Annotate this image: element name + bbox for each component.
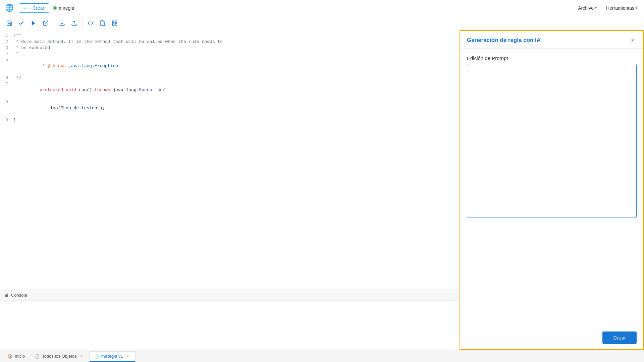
line-number: 1 [0, 33, 13, 39]
create-icon: + [24, 5, 26, 11]
validate-button[interactable] [16, 18, 27, 28]
user-online-dot [53, 6, 57, 10]
chevron-down-icon: ▾ [636, 6, 637, 10]
tab-miregla-label: miRegla v1 [101, 354, 123, 359]
home-icon: 🏠 [8, 354, 13, 359]
bottom-tabs: 🏠 Inicio 📋 Todos los Objetos × 📄 miRegla… [0, 350, 644, 362]
line-number: 5 [0, 57, 13, 75]
tab-todos-objetos[interactable]: 📋 Todos los Objetos × [30, 351, 89, 361]
ai-panel-footer: Crear [460, 326, 643, 349]
line-number: 6 [0, 75, 13, 81]
run-button[interactable] [28, 18, 39, 28]
svg-line-1 [45, 21, 48, 23]
tab-miregla-close-button[interactable]: × [125, 354, 130, 359]
console-icon: 🖥 [4, 293, 8, 298]
svg-rect-7 [112, 23, 114, 25]
tab-inicio-label: Inicio [15, 354, 25, 359]
main-area: 1 /** 2 * Rule main method. It is the me… [0, 30, 644, 350]
toolbar-separator-2 [82, 19, 83, 27]
ai-prompt-section: Edición de Prompt [467, 55, 637, 219]
list-icon: 📋 [35, 354, 40, 359]
ai-section-label: Edición de Prompt [467, 55, 637, 61]
ai-prompt-input[interactable] [467, 64, 637, 218]
menu-item-archivo[interactable]: Archivo ▾ [575, 4, 599, 12]
app-logo[interactable] [4, 3, 15, 13]
settings-button[interactable] [109, 18, 120, 28]
ai-panel-title: Generación de regla con IA [467, 37, 541, 44]
top-navigation: + + Crear miregla Archivo ▾ Herramientas… [0, 0, 644, 16]
editor-toolbar [0, 16, 644, 30]
ai-panel-header: Generación de regla con IA × [460, 31, 643, 49]
create-button[interactable]: + + Crear [19, 3, 49, 13]
ai-panel-close-button[interactable]: × [629, 36, 637, 44]
tab-todos-close-button[interactable]: × [79, 354, 84, 359]
chevron-down-icon: ▾ [595, 6, 597, 10]
export-button[interactable] [40, 18, 51, 28]
svg-rect-6 [115, 23, 117, 25]
upload-button[interactable] [69, 18, 79, 28]
save-button[interactable] [4, 18, 15, 28]
user-indicator: miregla [53, 5, 74, 11]
menu-herramientas-label: Herramientas [606, 5, 634, 11]
ai-create-button[interactable]: Crear [602, 331, 637, 344]
line-number: 2 [0, 39, 13, 45]
ai-panel: Generación de regla con IA × Edición de … [460, 30, 644, 350]
svg-rect-4 [112, 21, 114, 22]
line-number: 7 [0, 81, 13, 99]
console-header-left: 🖥 Consola [4, 293, 27, 298]
download-button[interactable] [57, 18, 67, 28]
create-label: + Crear [29, 5, 44, 11]
line-number: 4 [0, 51, 13, 57]
menu-item-herramientas[interactable]: Herramientas ▾ [603, 4, 640, 12]
svg-rect-5 [115, 21, 117, 22]
toolbar-separator [54, 19, 54, 27]
line-number: 8 [0, 99, 13, 117]
line-number: 9 [0, 117, 13, 123]
svg-marker-0 [32, 21, 36, 25]
menu-archivo-label: Archivo [578, 5, 594, 11]
username-label: miregla [59, 5, 74, 11]
document-button[interactable] [97, 18, 108, 28]
ai-panel-body: Edición de Prompt [460, 49, 643, 326]
file-icon: 📄 [94, 354, 99, 359]
tab-inicio[interactable]: 🏠 Inicio [3, 351, 30, 361]
line-number: 3 [0, 45, 13, 51]
tab-todos-label: Todos los Objetos [42, 354, 76, 359]
console-label: Consola [11, 293, 27, 298]
code-view-button[interactable] [85, 18, 96, 28]
tab-miregla[interactable]: 📄 miRegla v1 × [89, 351, 136, 361]
